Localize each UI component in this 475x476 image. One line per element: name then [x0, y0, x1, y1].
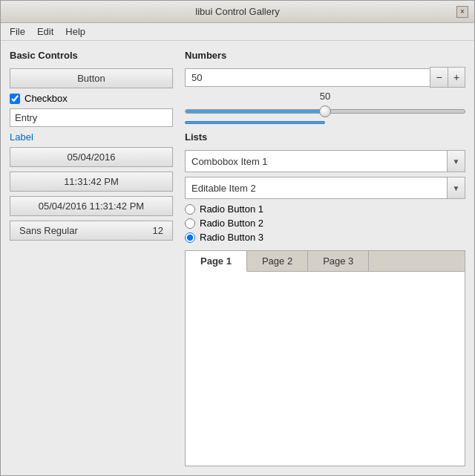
- date-button[interactable]: 05/04/2016: [10, 147, 173, 167]
- radio-label-1: Radio Button 1: [200, 203, 263, 215]
- content-area: Basic Controls Button Checkbox Label 05/…: [1, 41, 474, 475]
- editable-combobox-dropdown-button[interactable]: ▼: [447, 177, 465, 198]
- radio-button-3[interactable]: [185, 232, 195, 243]
- checkbox-row: Checkbox: [10, 93, 173, 104]
- spinbox-input[interactable]: [185, 68, 430, 87]
- spinbox-plus-button[interactable]: +: [448, 67, 465, 88]
- radio-button-1[interactable]: [185, 204, 195, 215]
- slider-thumb[interactable]: [319, 105, 331, 117]
- slider-wrapper: [185, 103, 465, 120]
- tab-page1[interactable]: Page 1: [186, 251, 247, 272]
- titlebar: libui Control Gallery ×: [1, 1, 474, 23]
- button-control[interactable]: Button: [10, 68, 173, 88]
- time-button[interactable]: 11:31:42 PM: [10, 172, 173, 192]
- combobox-value: Combobox Item 1: [186, 152, 447, 171]
- editable-combobox-input[interactable]: [186, 179, 447, 198]
- slider-container: 50: [185, 91, 465, 124]
- label-control: Label: [10, 131, 173, 143]
- checkbox-input[interactable]: [10, 94, 20, 104]
- menubar: File Edit Help: [1, 23, 474, 41]
- datetime-button[interactable]: 05/04/2016 11:31:42 PM: [10, 196, 173, 216]
- radio-row-2: Radio Button 2: [185, 218, 465, 229]
- font-name: Sans Regular: [19, 225, 78, 236]
- spinbox-minus-button[interactable]: −: [430, 67, 448, 88]
- entry-input[interactable]: [10, 108, 173, 127]
- numbers-section: Numbers − + 50: [185, 50, 465, 124]
- editable-combobox-row: ▼: [185, 177, 465, 199]
- spinbox-row: − +: [185, 67, 465, 88]
- numbers-title: Numbers: [185, 50, 465, 61]
- basic-controls-title: Basic Controls: [10, 50, 173, 61]
- radio-group: Radio Button 1 Radio Button 2 Radio Butt…: [185, 203, 465, 243]
- close-button[interactable]: ×: [456, 6, 468, 18]
- combobox-row: Combobox Item 1 ▼: [185, 150, 465, 172]
- tab-page3[interactable]: Page 3: [308, 251, 369, 271]
- left-panel: Basic Controls Button Checkbox Label 05/…: [10, 50, 173, 466]
- tab-content-page1: [186, 272, 465, 466]
- radio-row-3: Radio Button 3: [185, 232, 465, 243]
- font-size: 12: [153, 225, 163, 236]
- radio-label-2: Radio Button 2: [200, 218, 263, 229]
- combobox-dropdown-button[interactable]: ▼: [447, 151, 465, 172]
- main-window: libui Control Gallery × File Edit Help B…: [0, 0, 475, 476]
- font-button[interactable]: Sans Regular 12: [10, 221, 173, 241]
- lists-title: Lists: [185, 131, 465, 143]
- window-title: libui Control Gallery: [19, 6, 456, 17]
- radio-row-1: Radio Button 1: [185, 203, 465, 215]
- slider-value: 50: [185, 91, 465, 102]
- menu-file[interactable]: File: [4, 25, 31, 39]
- tab-page2[interactable]: Page 2: [247, 251, 308, 271]
- menu-help[interactable]: Help: [59, 25, 91, 39]
- right-panel: Numbers − + 50: [185, 50, 465, 466]
- slider-fill: [186, 110, 325, 113]
- lists-section: Lists Combobox Item 1 ▼ ▼ Radio Button 1: [185, 131, 465, 243]
- slider-track: [185, 109, 465, 114]
- checkbox-label: Checkbox: [24, 93, 68, 104]
- tabs-section: Page 1 Page 2 Page 3: [185, 250, 465, 466]
- tab-bar: Page 1 Page 2 Page 3: [186, 251, 465, 272]
- menu-edit[interactable]: Edit: [31, 25, 59, 39]
- radio-button-2[interactable]: [185, 218, 195, 229]
- radio-label-3: Radio Button 3: [200, 232, 263, 243]
- slider-progress-bar: [185, 121, 325, 124]
